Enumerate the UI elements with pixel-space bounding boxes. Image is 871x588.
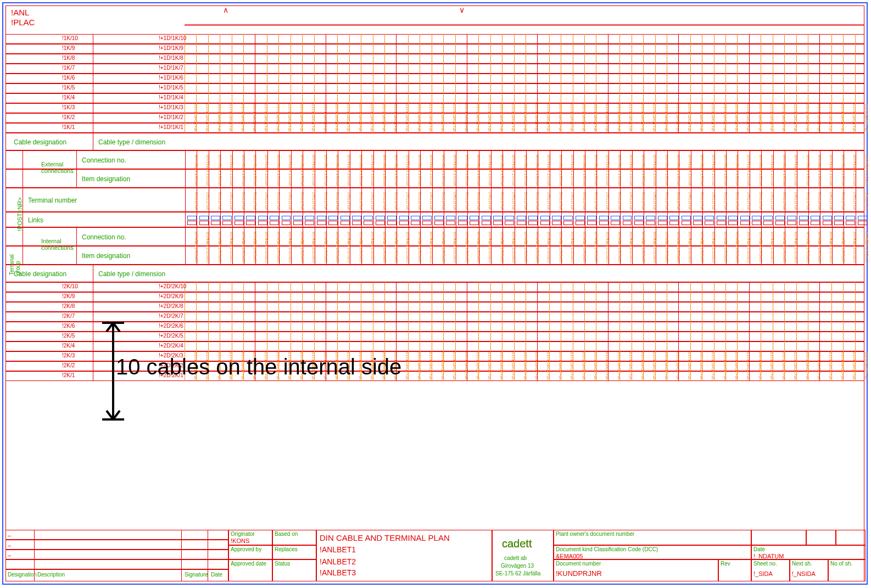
- wire-column: !P+1D!P2K/10: [537, 34, 549, 133]
- wire-column: !P+1D!P2K/10: [349, 34, 361, 133]
- wire-column: !P+2D!P2K/10: [725, 282, 737, 381]
- wire-column: !P+1D!P2K/10: [232, 34, 243, 133]
- caret-down: ∨: [459, 5, 465, 14]
- wire-column: !P+2D!P2K/10: [573, 282, 584, 381]
- wire-column: !P+1D!P2K/10: [478, 34, 490, 133]
- wire-column: !P+1D!P2K/10: [632, 34, 643, 133]
- wire-column: !P+2D!P2K/10: [678, 282, 690, 381]
- wire-column: !P+1D!P2K/10: [808, 34, 819, 133]
- wire-column: !P+1D!P2K/10: [843, 34, 855, 133]
- wire-column: !P+1D!P2K/10: [502, 34, 513, 133]
- page-header-plac: !PLAC: [11, 18, 35, 27]
- wire-column: !P+2D!P2K/10: [690, 282, 702, 381]
- wire-column: !P+1D!P2K/10: [655, 34, 667, 133]
- wire-column: !P+1D!P2K/10: [573, 34, 584, 133]
- wire-column: !P+1D!P2K/10: [408, 34, 420, 133]
- caret-up: ∧: [223, 5, 228, 14]
- wire-column: !P+2D!P2K/10: [537, 282, 549, 381]
- wire-column: !P+1D!P2K/10: [185, 34, 196, 133]
- wire-column: !P+2D!P2K/10: [608, 282, 619, 381]
- wire-column: !P+1D!P2K/10: [855, 34, 867, 133]
- wire-column: !P+1D!P2K/10: [561, 34, 572, 133]
- wire-column: !P+2D!P2K/10: [819, 282, 831, 381]
- wire-column: !P+2D!P2K/10: [549, 282, 561, 381]
- wire-column: !P+2D!P2K/10: [714, 282, 725, 381]
- wire-column: !P+1D!P2K/10: [443, 34, 455, 133]
- wire-column: !P+1D!P2K/10: [337, 34, 349, 133]
- wire-column: !P+1D!P2K/10: [455, 34, 467, 133]
- wire-column: !P+2D!P2K/10: [843, 282, 855, 381]
- wire-column: !P+2D!P2K/10: [784, 282, 796, 381]
- wire-column: !P+2D!P2K/10: [855, 282, 867, 381]
- wire-column: !P+2D!P2K/10: [490, 282, 502, 381]
- wire-column: !P+1D!P2K/10: [619, 34, 631, 133]
- wire-column: !P+1D!P2K/10: [373, 34, 384, 133]
- wire-column: !P+1D!P2K/10: [314, 34, 326, 133]
- wire-column: !P+1D!P2K/10: [796, 34, 808, 133]
- wire-column: !P+1D!P2K/10: [526, 34, 537, 133]
- wire-column: !P+2D!P2K/10: [667, 282, 678, 381]
- mid-row-4: Links: [5, 212, 864, 227]
- wire-column: !P+2D!P2K/10: [526, 282, 537, 381]
- wire-column: !P+1D!P2K/10: [467, 34, 478, 133]
- wire-column: !P+1D!P2K/10: [432, 34, 443, 133]
- wire-column: !P+1D!P2K/10: [255, 34, 266, 133]
- wire-column: !P+2D!P2K/10: [561, 282, 572, 381]
- wire-column: !P+1D!P2K/10: [749, 34, 761, 133]
- mid-row-0: Cable designationCable type / dimension: [5, 133, 864, 150]
- mid-row-6: Item designation!2POST.NR+!2POST.NR+!2PO…: [5, 246, 864, 265]
- wire-column: !P+1D!P2K/10: [596, 34, 607, 133]
- wire-column: !P+2D!P2K/10: [655, 282, 667, 381]
- wire-column: !P+2D!P2K/10: [443, 282, 455, 381]
- wire-column: !P+1D!P2K/10: [514, 34, 526, 133]
- wire-column: !P+2D!P2K/10: [749, 282, 761, 381]
- wire-column: !P+1D!P2K/10: [326, 34, 337, 133]
- wire-column: !P+1D!P2K/10: [361, 34, 372, 133]
- mid-row-7: Cable designationCable type / dimension: [5, 265, 864, 282]
- wire-column: !P+1D!P2K/10: [761, 34, 772, 133]
- wire-column: !P+1D!P2K/10: [702, 34, 713, 133]
- wire-column: !P+2D!P2K/10: [584, 282, 596, 381]
- page-header-anl: !ANL: [11, 8, 29, 17]
- wire-column: !P+1D!P2K/10: [773, 34, 784, 133]
- wire-column: !P+1D!P2K/10: [220, 34, 231, 133]
- wire-column: !P+2D!P2K/10: [702, 282, 713, 381]
- wire-column: !P+1D!P2K/10: [302, 34, 314, 133]
- wire-column: !P+2D!P2K/10: [432, 282, 443, 381]
- wire-column: !P+1D!P2K/10: [667, 34, 678, 133]
- wire-column: !P+1D!P2K/10: [384, 34, 396, 133]
- wire-column: !P+1D!P2K/10: [278, 34, 290, 133]
- wire-column: !P+2D!P2K/10: [619, 282, 631, 381]
- wire-column: !P+2D!P2K/10: [808, 282, 819, 381]
- wire-column: !P+1D!P2K/10: [737, 34, 749, 133]
- wire-column: !P+1D!P2K/10: [420, 34, 431, 133]
- wire-column: !P+1D!P2K/10: [714, 34, 725, 133]
- wire-column: !P+1D!P2K/10: [725, 34, 737, 133]
- annotation-arrow: [102, 322, 124, 421]
- wire-column: !P+2D!P2K/10: [467, 282, 478, 381]
- wire-column: !P+1D!P2K/10: [608, 34, 619, 133]
- wire-column: !P+1D!P2K/10: [291, 34, 302, 133]
- wire-column: !P+2D!P2K/10: [632, 282, 643, 381]
- wire-column: !P+2D!P2K/10: [796, 282, 808, 381]
- wire-column: !P+1D!P2K/10: [267, 34, 278, 133]
- wire-column: !P+1D!P2K/10: [690, 34, 702, 133]
- wire-column: !P+1D!P2K/10: [584, 34, 596, 133]
- wire-column: !P+2D!P2K/10: [761, 282, 772, 381]
- wire-column: !P+2D!P2K/10: [831, 282, 843, 381]
- wire-column: !P+2D!P2K/10: [737, 282, 749, 381]
- wire-column: !P+2D!P2K/10: [502, 282, 513, 381]
- wire-column: !P+2D!P2K/10: [514, 282, 526, 381]
- wire-column: !P+2D!P2K/10: [478, 282, 490, 381]
- wire-column: !P+2D!P2K/10: [643, 282, 655, 381]
- mid-row-3: Terminal number!PUTTAG!PUTTAG!PUTTAG!PUT…: [5, 188, 864, 212]
- wire-column: !P+1D!P2K/10: [396, 34, 407, 133]
- wire-column: !P+1D!P2K/10: [678, 34, 690, 133]
- wire-column: !P+2D!P2K/10: [773, 282, 784, 381]
- vlabel-post-nr: !POST<NR>: [16, 197, 23, 231]
- wire-column: !P+2D!P2K/10: [420, 282, 431, 381]
- wire-column: !P+1D!P2K/10: [490, 34, 502, 133]
- wire-column: !P+1D!P2K/10: [208, 34, 220, 133]
- wire-column: !P+1D!P2K/10: [784, 34, 796, 133]
- wire-column: !P+1D!P2K/10: [643, 34, 655, 133]
